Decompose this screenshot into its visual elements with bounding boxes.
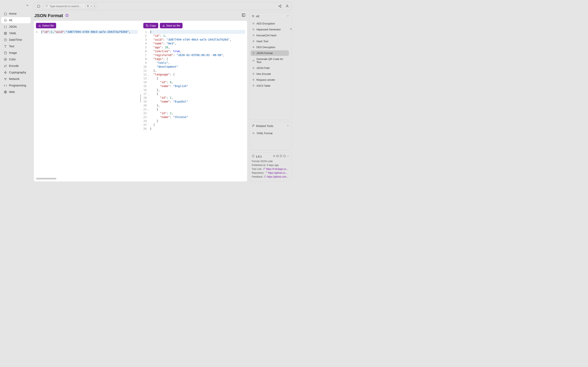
output-code-area[interactable]: 1⌄2345678⌄9101112⌄13⌄14151617⌄18192021⌄2… [143, 30, 245, 179]
related-list: YAML Format [249, 130, 292, 150]
tool-item[interactable]: JSON Format [251, 50, 289, 56]
link-icon [263, 167, 265, 170]
tool-item[interactable]: DES Decryption [251, 44, 289, 50]
sidebar-item-datetime[interactable]: Date/Time [1, 37, 31, 43]
svg-point-7 [5, 80, 5, 80]
tool-item[interactable]: AES Encryption [251, 21, 289, 26]
home-button[interactable] [36, 4, 41, 8]
bell-icon [4, 18, 7, 22]
tool-item[interactable]: ASCII Table [251, 83, 289, 89]
output-toolbar: Copy Save as file [143, 23, 245, 28]
collapse-sidebar-icon[interactable] [25, 3, 29, 7]
copy-button[interactable]: Copy [143, 23, 158, 28]
plug-icon[interactable] [273, 155, 276, 158]
sidebar-item-color[interactable]: Color [1, 56, 31, 62]
sidebar-item-label: Encode [9, 64, 18, 67]
svg-point-12 [280, 7, 281, 8]
tools-vscrollbar[interactable] [290, 20, 292, 120]
feedback-link[interactable]: https://github.com/… [267, 175, 289, 178]
sidebar-item-all[interactable]: All [1, 17, 31, 23]
version-published: Published at: 5 days ago [252, 164, 289, 167]
tool-link[interactable]: https://t.he3app.co… [266, 167, 289, 170]
favorite-star-icon[interactable] [65, 13, 69, 18]
pin-icon [252, 15, 254, 18]
tool-item[interactable]: Hash Tool [251, 39, 289, 44]
svg-point-9 [46, 5, 48, 7]
sidebar-item-network[interactable]: Network [1, 76, 31, 82]
editor-divider[interactable] [140, 23, 141, 179]
svg-point-5 [4, 58, 7, 61]
braces-icon [4, 25, 7, 28]
sidebar: Home All JSON YAML Date/Time Text Image [0, 0, 32, 184]
sidebar-item-label: Image [9, 51, 17, 54]
content: JSON Format Select file [34, 12, 292, 182]
all-tools-panel: All AES EncryptionHtpasswd GeneratorKecc… [249, 12, 292, 120]
palette-icon [4, 58, 7, 61]
title-row: JSON Format [34, 12, 247, 19]
chevron-down-icon[interactable] [287, 155, 289, 158]
file-icon [4, 51, 7, 54]
sidebar-item-web[interactable]: Web [1, 89, 31, 95]
svg-rect-1 [6, 32, 6, 33]
search-icon [45, 4, 48, 8]
svg-marker-14 [65, 14, 68, 17]
sidebar-item-label: Programming [9, 84, 26, 87]
all-tools-header[interactable]: All [249, 12, 292, 20]
search-box[interactable]: ⌘ + K [43, 3, 98, 9]
input-toolbar: Select file [36, 23, 138, 28]
tool-item[interactable]: JSON Path [251, 65, 289, 71]
link-icon [265, 171, 267, 174]
kbd-shortcut: ⌘ + K [86, 4, 97, 8]
related-tool-item[interactable]: YAML Format [251, 131, 291, 136]
sidebar-item-yaml[interactable]: YAML [1, 30, 31, 36]
version-description: Format JSON code [252, 160, 289, 163]
repo-link[interactable]: https://github.com… [268, 171, 289, 174]
sidebar-list: Home All JSON YAML Date/Time Text Image [0, 11, 32, 95]
user-icon[interactable] [285, 4, 290, 8]
sidebar-item-home[interactable]: Home [1, 11, 31, 17]
home-icon [4, 12, 7, 15]
svg-point-13 [287, 5, 288, 6]
github-icon[interactable] [280, 155, 282, 158]
share-icon[interactable] [277, 4, 282, 8]
tool-item[interactable]: Generate QR Code for Text [251, 56, 289, 65]
info-icon [252, 155, 255, 158]
editor-output: Copy Save as file 1⌄2345678⌄9101112⌄13⌄1… [143, 23, 245, 179]
tool-item[interactable]: Request sender [251, 77, 289, 83]
sidebar-item-image[interactable]: Image [1, 50, 31, 56]
tool-item[interactable]: Hex Encode [251, 71, 289, 77]
related-tools-header[interactable]: Related Tools [249, 122, 292, 130]
sidebar-item-label: Text [9, 45, 14, 48]
sidebar-item-label: Web [9, 90, 15, 94]
tool-item[interactable]: Keccak224 Hash [251, 33, 289, 38]
text-icon [4, 45, 7, 48]
input-hscrollbar[interactable] [36, 178, 138, 179]
save-as-file-button[interactable]: Save as file [160, 23, 182, 28]
sidebar-item-encode[interactable]: Encode [1, 63, 31, 69]
sidebar-item-label: Cryptography [9, 71, 26, 74]
sidebar-item-programming[interactable]: Programming [1, 82, 31, 89]
sidebar-item-label: YAML [9, 32, 17, 35]
tools-list: AES EncryptionHtpasswd GeneratorKeccak22… [249, 20, 290, 120]
panel-toggle-icon[interactable] [242, 13, 247, 18]
svg-point-6 [5, 59, 6, 60]
globe-icon[interactable] [276, 155, 279, 158]
center-column: JSON Format Select file [34, 12, 247, 182]
editor-panel: Select file 1 {"id":1,"uuid":"3d877494-e… [34, 21, 247, 182]
svg-rect-15 [242, 14, 245, 17]
sidebar-item-cryptography[interactable]: Cryptography [1, 69, 31, 75]
input-code-area[interactable]: 1 {"id":1,"uuid":"3d877494-e7d4-48e3-aa7… [36, 30, 138, 175]
version-number: 1.0.1 [256, 155, 262, 158]
svg-point-11 [279, 6, 279, 7]
sidebar-item-text[interactable]: Text [1, 43, 31, 49]
tool-item[interactable]: Htpasswd Generator [251, 27, 289, 32]
svg-rect-3 [4, 33, 5, 34]
sidebar-item-label: Color [9, 58, 16, 61]
version-tool-link: Tool Link: https://t.he3app.co… [252, 167, 289, 170]
search-input[interactable] [50, 5, 84, 8]
select-file-button[interactable]: Select file [36, 23, 56, 28]
sidebar-item-json[interactable]: JSON [1, 24, 31, 30]
check-icon[interactable] [283, 155, 286, 158]
version-feedback: Feedback: https://github.com/… [252, 175, 289, 178]
chevron-down-icon [286, 15, 289, 18]
